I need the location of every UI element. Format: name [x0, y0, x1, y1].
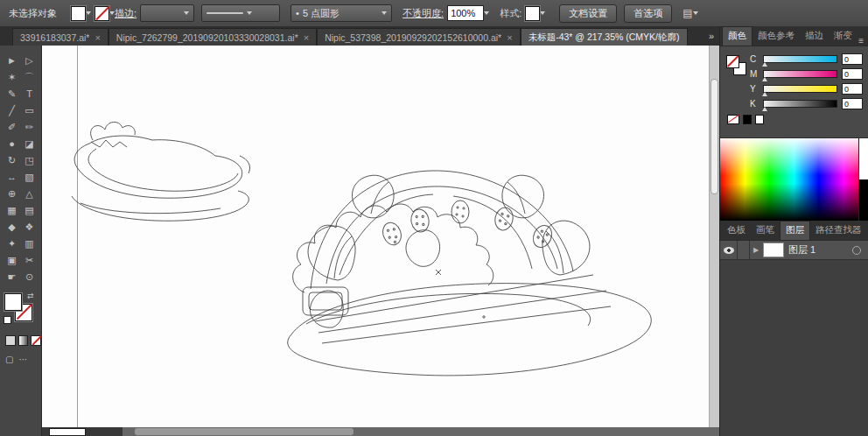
color-mode-button[interactable]	[5, 335, 16, 346]
tab-color[interactable]: 颜色	[722, 26, 752, 46]
stroke-color-swatch[interactable]	[94, 6, 109, 21]
tab-gradient[interactable]: 渐变	[829, 27, 858, 46]
close-icon[interactable]: ×	[94, 32, 100, 43]
black-value-field[interactable]: 0	[842, 98, 863, 109]
vertical-scrollbar[interactable]	[709, 46, 719, 427]
lock-cell[interactable]	[738, 241, 750, 259]
horizontal-scrollbar-thumb[interactable]	[135, 428, 354, 435]
eraser-tool-icon[interactable]: ◪	[22, 136, 37, 151]
stroke-panel-link[interactable]: 描边:	[115, 7, 136, 20]
tab-overflow-chevrons[interactable]: »	[709, 31, 714, 41]
width-tool-icon[interactable]: ↔	[4, 169, 19, 185]
perspective-grid-tool-icon[interactable]: △	[22, 186, 37, 201]
blob-brush-tool-icon[interactable]: ●	[4, 136, 19, 151]
pencil-tool-icon[interactable]: ✏	[22, 119, 37, 135]
style-dropdown-arrow-icon[interactable]	[540, 11, 545, 15]
horizontal-scrollbar[interactable]	[122, 427, 719, 436]
mini-fill-swatch[interactable]	[726, 55, 739, 68]
document-setup-button[interactable]: 文档设置	[559, 4, 617, 23]
magenta-value-field[interactable]: 0	[842, 68, 863, 80]
doc-tab-3[interactable]: Nipic_537398_20190929202152610000.ai* ×	[317, 28, 520, 46]
doc-tab-1[interactable]: 33916183037.ai* ×	[12, 28, 108, 46]
free-transform-tool-icon[interactable]: ▧	[22, 169, 37, 185]
brush-definition-dropdown[interactable]: •5 点圆形	[290, 4, 392, 22]
none-mode-button[interactable]	[31, 335, 41, 346]
arrange-documents-icon[interactable]: ▤	[682, 7, 692, 19]
tab-layers[interactable]: 图层	[780, 221, 810, 240]
stroke-weight-dropdown[interactable]	[140, 4, 194, 22]
magenta-slider[interactable]	[763, 70, 837, 78]
lasso-tool-icon[interactable]: ⌒	[22, 69, 37, 85]
color-spectrum[interactable]	[720, 138, 868, 221]
pen-tool-icon[interactable]: ✎	[4, 86, 19, 102]
column-graph-tool-icon[interactable]: ▥	[22, 236, 37, 251]
vertical-scrollbar-thumb[interactable]	[710, 79, 718, 194]
hand-tool-icon[interactable]: ☛	[4, 269, 19, 285]
doc-tab-2[interactable]: Nipic_7262799_20190920103330028031.ai* ×	[108, 28, 317, 46]
width-profile-dropdown[interactable]	[201, 4, 280, 22]
layer-name[interactable]: 图层 1	[788, 243, 852, 257]
magenta-channel-row: M 0	[750, 67, 863, 81]
type-tool-icon[interactable]: T	[22, 86, 37, 102]
grayscale-ramp[interactable]	[858, 138, 868, 221]
preferences-button[interactable]: 首选项	[624, 4, 672, 23]
cyan-slider[interactable]	[763, 55, 837, 63]
close-icon[interactable]: ×	[304, 32, 309, 43]
screen-mode-icon[interactable]: ⋯	[18, 355, 27, 364]
yellow-value-field[interactable]: 0	[842, 83, 863, 95]
arrange-documents-arrow-icon[interactable]	[693, 11, 698, 15]
canvas[interactable]	[42, 46, 719, 436]
artboard-tool-icon[interactable]: ▣	[4, 252, 19, 268]
opacity-panel-link[interactable]: 不透明度:	[402, 7, 444, 20]
style-swatch[interactable]	[525, 6, 540, 21]
panel-menu-icon[interactable]: ≡	[858, 36, 864, 46]
black-slider[interactable]	[763, 100, 837, 108]
zoom-level-field[interactable]	[49, 428, 86, 436]
zoom-tool-icon[interactable]: ⊙	[22, 269, 37, 285]
gradient-mode-button[interactable]	[18, 335, 29, 346]
lower-panel-tabs: 色板 画笔 图层 路径查找器	[720, 221, 868, 241]
paintbrush-tool-icon[interactable]: ✐	[4, 119, 19, 135]
close-icon[interactable]: ×	[507, 32, 512, 43]
direct-selection-tool-icon[interactable]: ▷	[22, 53, 37, 68]
blend-tool-icon[interactable]: ❖	[22, 219, 37, 235]
opacity-input[interactable]: 100%	[447, 5, 484, 21]
tab-pathfinder[interactable]: 路径查找器	[810, 222, 867, 240]
rectangle-tool-icon[interactable]: ▭	[22, 102, 37, 118]
yellow-slider[interactable]	[763, 85, 837, 93]
selection-tool-icon[interactable]: ►	[4, 53, 19, 68]
color-panel-tabs: 颜色 颜色参考 描边 渐变 ≡	[720, 26, 868, 46]
layer-thumbnail[interactable]	[763, 243, 784, 257]
shape-builder-tool-icon[interactable]: ⊕	[4, 186, 19, 201]
swap-fill-stroke-icon[interactable]: ⇄	[27, 292, 34, 300]
doc-tab-active[interactable]: 未标题-43* @ 217.35% (CMYK/轮廓)	[521, 28, 688, 46]
fill-color-swatch[interactable]	[71, 6, 86, 21]
symbol-sprayer-tool-icon[interactable]: ✦	[4, 236, 19, 251]
black-swatch[interactable]	[743, 115, 752, 124]
scale-tool-icon[interactable]: ◳	[22, 152, 37, 168]
line-segment-tool-icon[interactable]: ╱	[4, 102, 19, 118]
fill-swatch[interactable]	[4, 293, 22, 311]
expand-arrow-icon[interactable]: ▶	[750, 241, 762, 259]
magic-wand-tool-icon[interactable]: ✶	[4, 69, 19, 85]
gradient-tool-icon[interactable]: ▤	[22, 202, 37, 218]
layer-target-icon[interactable]	[852, 246, 861, 255]
drawing-mode-icon[interactable]: ▢	[5, 355, 13, 364]
tab-color-guide[interactable]: 颜色参考	[752, 27, 800, 46]
fill-stroke-indicator[interactable]	[726, 55, 746, 74]
rotate-tool-icon[interactable]: ↻	[4, 152, 19, 168]
none-swatch[interactable]	[727, 115, 739, 124]
tab-brushes[interactable]: 画笔	[751, 222, 780, 240]
white-swatch[interactable]	[755, 115, 764, 124]
fill-dropdown-arrow-icon[interactable]	[86, 11, 91, 15]
slice-tool-icon[interactable]: ✂	[22, 252, 37, 268]
opacity-dropdown-arrow-icon[interactable]	[484, 11, 489, 15]
tab-stroke[interactable]: 描边	[800, 27, 829, 46]
eyedropper-tool-icon[interactable]: ◆	[4, 219, 19, 235]
mesh-tool-icon[interactable]: ▦	[4, 202, 19, 218]
default-fill-stroke-icon[interactable]	[4, 316, 11, 324]
layer-row[interactable]: ▶ 图层 1	[720, 241, 868, 260]
cyan-value-field[interactable]: 0	[842, 53, 863, 65]
visibility-cell[interactable]	[720, 241, 738, 259]
tab-swatches[interactable]: 色板	[722, 222, 751, 240]
